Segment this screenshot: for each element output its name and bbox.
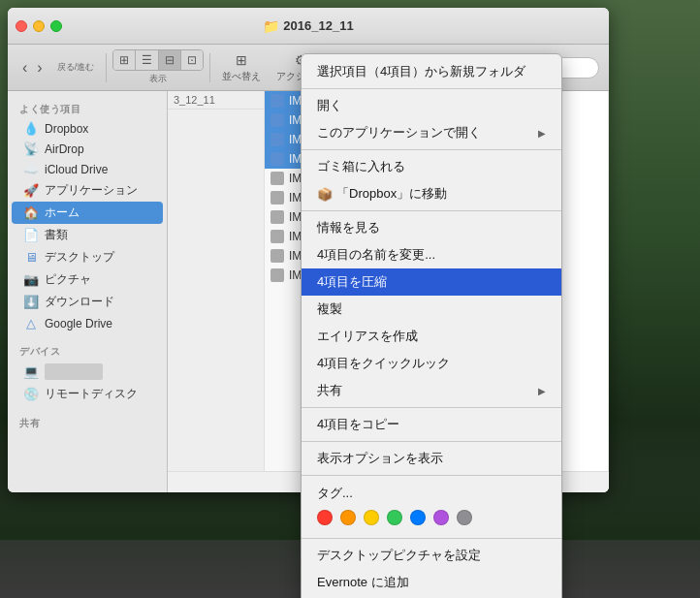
airdrop-icon: 📡 [23, 142, 39, 156]
home-icon: 🏠 [23, 205, 39, 220]
ctx-evernote[interactable]: Evernote に追加 [302, 569, 561, 596]
ctx-separator-6 [302, 475, 561, 476]
ctx-view-options[interactable]: 表示オプションを表示 [302, 445, 561, 472]
ctx-compress[interactable]: 4項目を圧縮 [302, 268, 561, 296]
sidebar-item-remotedisk[interactable]: 💿 リモートディスク [12, 383, 163, 405]
desktop-icon: 🖥 [23, 250, 39, 265]
ctx-separator-5 [302, 441, 561, 442]
window-title: 📁 2016_12_11 [263, 18, 353, 34]
view-controls: ⊞ ☰ ⊟ ⊡ 表示 [112, 49, 204, 85]
sidebar-item-applications[interactable]: 🚀 アプリケーション [12, 179, 163, 202]
nav-buttons: ‹ › [17, 55, 48, 80]
ctx-move-dropbox[interactable]: 📦 「Dropbox」に移動 [302, 180, 561, 207]
traffic-lights [16, 20, 62, 32]
column-view-button[interactable]: ⊟ [159, 50, 181, 70]
file-icon-4 [270, 152, 284, 166]
favorites-section-title: よく使う項目 [8, 99, 167, 118]
file-icon-6 [270, 191, 284, 205]
parent-column: 3_12_11 [168, 91, 265, 471]
ctx-get-info[interactable]: 情報を見る [302, 214, 561, 241]
sidebar-item-airdrop[interactable]: 📡 AirDrop [12, 139, 163, 159]
ctx-new-folder-selection[interactable]: 選択項目（4項目）から新規フォルダ [302, 58, 561, 85]
tag-color-green[interactable] [387, 510, 402, 525]
sort-button[interactable]: ⊞ 並べ替え [216, 48, 267, 87]
toolbar-divider-1 [106, 53, 107, 82]
sort-icon: ⊞ [236, 52, 247, 68]
maximize-button[interactable] [50, 20, 62, 32]
disk-icon: 💻 [23, 364, 39, 379]
tag-color-gray[interactable] [457, 510, 472, 525]
dropbox-sidebar-icon: 💧 [23, 121, 39, 136]
list-view-button[interactable]: ☰ [136, 50, 159, 70]
sidebar-item-dropbox[interactable]: 💧 Dropbox [12, 118, 163, 139]
sidebar: よく使う項目 💧 Dropbox 📡 AirDrop ☁️ iCloud Dri… [8, 91, 168, 492]
pictures-icon: 📷 [23, 272, 39, 287]
ctx-open-with-arrow: ▶ [538, 128, 546, 139]
file-icon-5 [270, 172, 284, 185]
documents-icon: 📄 [23, 228, 39, 242]
remotedisk-icon: 💿 [23, 387, 39, 401]
ctx-separator-7 [302, 538, 561, 539]
file-icon-10 [270, 268, 284, 282]
file-icon-3 [270, 133, 284, 146]
tag-color-blue[interactable] [410, 510, 426, 525]
sidebar-spacer-1 [8, 333, 167, 341]
cover-flow-button[interactable]: ⊡ [181, 50, 203, 70]
ctx-separator-2 [302, 149, 561, 150]
ctx-separator-3 [302, 210, 561, 211]
sidebar-item-disk[interactable]: 💻 ディスク名 [12, 361, 163, 383]
ctx-copy[interactable]: 4項目をコピー [302, 411, 561, 438]
tag-color-purple[interactable] [433, 510, 449, 525]
file-icon-1 [270, 94, 284, 108]
context-menu: 選択項目（4項目）から新規フォルダ 開く このアプリケーションで開く ▶ ゴミ箱… [301, 53, 562, 598]
parent-col-header: 3_12_11 [168, 91, 264, 110]
ctx-separator-1 [302, 88, 561, 89]
ctx-open-with[interactable]: このアプリケーションで開く ▶ [302, 119, 561, 146]
view-label: 表示 [149, 73, 167, 85]
file-icon-2 [270, 113, 284, 127]
ctx-quick-look[interactable]: 4項目をクイックルック [302, 350, 561, 377]
downloads-icon: ⬇️ [23, 295, 39, 309]
forward-button[interactable]: › [32, 55, 47, 80]
ctx-duplicate[interactable]: 複製 [302, 296, 561, 323]
sidebar-item-desktop[interactable]: 🖥 デスクトップ [12, 246, 163, 268]
sidebar-item-home[interactable]: 🏠 ホーム [12, 202, 163, 224]
tag-color-yellow[interactable] [364, 510, 379, 525]
ctx-open[interactable]: 開く [302, 92, 561, 119]
ctx-set-desktop[interactable]: デスクトップピクチャを設定 [302, 542, 561, 569]
file-icon-9 [270, 249, 284, 263]
sidebar-spacer-2 [8, 405, 167, 413]
icon-view-button[interactable]: ⊞ [113, 50, 136, 70]
folder-icon: 📁 [263, 18, 279, 34]
nav-label: 戻る/進む [57, 61, 95, 74]
tags-section: タグ... [302, 479, 561, 535]
ctx-rename[interactable]: 4項目の名前を変更... [302, 241, 561, 268]
file-icon-7 [270, 210, 284, 224]
ctx-make-alias[interactable]: エイリアスを作成 [302, 323, 561, 350]
icloud-icon: ☁️ [23, 162, 39, 176]
shared-section-title: 共有 [8, 413, 167, 432]
tag-color-red[interactable] [317, 510, 333, 525]
close-button[interactable] [16, 20, 27, 32]
ctx-share[interactable]: 共有 ▶ [302, 377, 561, 404]
sidebar-item-documents[interactable]: 📄 書類 [12, 224, 163, 246]
tag-color-orange[interactable] [340, 510, 356, 525]
sidebar-item-pictures[interactable]: 📷 ピクチャ [12, 268, 163, 291]
ctx-dropbox-left: 📦 「Dropbox」に移動 [317, 185, 447, 203]
sidebar-item-icloud[interactable]: ☁️ iCloud Drive [12, 159, 163, 179]
ctx-trash[interactable]: ゴミ箱に入れる [302, 153, 561, 180]
ctx-dropbox-icon: 📦 [317, 187, 333, 202]
back-button[interactable]: ‹ [17, 55, 32, 80]
minimize-button[interactable] [33, 20, 45, 32]
view-button-group: ⊞ ☰ ⊟ ⊡ [112, 49, 204, 71]
color-dots [317, 506, 546, 529]
sidebar-item-downloads[interactable]: ⬇️ ダウンロード [12, 291, 163, 313]
sidebar-item-googledrive[interactable]: △ Google Drive [12, 313, 163, 333]
ctx-separator-4 [302, 407, 561, 408]
applications-icon: 🚀 [23, 183, 39, 198]
devices-section-title: デバイス [8, 341, 167, 361]
file-icon-8 [270, 230, 284, 243]
ctx-share-arrow: ▶ [538, 386, 546, 396]
tags-label[interactable]: タグ... [317, 485, 546, 502]
googledrive-icon: △ [23, 316, 39, 330]
